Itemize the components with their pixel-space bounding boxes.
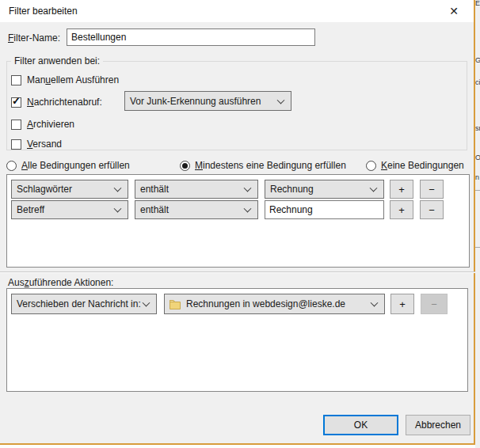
ok-button[interactable]: OK [323, 415, 398, 435]
radio-circle [6, 161, 17, 171]
filter-edit-dialog: Filter bearbeiten ✕ Filter-Name: Filter … [0, 0, 475, 445]
filter-name-input[interactable] [67, 28, 315, 46]
condition-1-operator-select[interactable]: enthält [135, 180, 258, 199]
radio-circle [366, 161, 376, 171]
chevron-down-icon [371, 299, 379, 307]
checkbox-box-checked: ✓ [11, 97, 21, 108]
action-1-type-select[interactable]: Verschieben der Nachricht in: [11, 294, 157, 314]
dialog-titlebar: Filter bearbeiten ✕ [0, 0, 474, 22]
chevron-down-icon [370, 184, 378, 192]
checkbox-box [11, 120, 21, 130]
condition-2-field-select[interactable]: Betreff [11, 200, 128, 219]
chevron-down-icon [244, 184, 252, 192]
action-1-target-folder-select[interactable]: Rechnungen in webdesign@lieske.de [164, 294, 385, 314]
action-1-remove-button-disabled: − [421, 294, 448, 314]
checkbox-sending[interactable]: Versand [11, 139, 62, 150]
close-icon[interactable]: ✕ [444, 3, 464, 19]
apply-at-legend: Filter anwenden bei: [11, 55, 103, 66]
condition-1-remove-button[interactable]: − [420, 180, 444, 199]
divider [475, 190, 480, 191]
checkbox-box [11, 75, 21, 85]
chevron-down-icon [277, 96, 285, 104]
screenshot-root: Filter bearbeiten ✕ Filter-Name: Filter … [0, 0, 480, 448]
condition-2-operator-select[interactable]: enthält [135, 200, 258, 219]
condition-1-add-button[interactable]: + [390, 180, 413, 199]
background-bottom-strip [0, 445, 475, 448]
checkbox-archiving[interactable]: Archivieren [11, 119, 74, 130]
chevron-down-icon [114, 205, 122, 213]
checkbox-box [11, 139, 21, 150]
divider [475, 247, 480, 248]
condition-2-remove-button[interactable]: − [420, 200, 444, 219]
checkbox-message-retrieval[interactable]: ✓ Nachrichtenabruf: [11, 97, 102, 108]
chevron-down-icon [114, 184, 122, 192]
condition-2-value-input[interactable] [265, 200, 384, 219]
checkbox-manual-run[interactable]: Manuellem Ausführen [11, 74, 119, 85]
radio-any-condition[interactable]: Mindestens eine Bedingung erfüllen [180, 160, 346, 171]
retrieval-timing-select[interactable]: Vor Junk-Erkennung ausführen [124, 91, 291, 111]
actions-label: Auszuführende Aktionen: [8, 277, 113, 288]
cancel-button[interactable]: Abbrechen [406, 415, 470, 435]
folder-icon [170, 299, 181, 309]
chevron-down-icon [244, 205, 252, 213]
condition-1-value-select[interactable]: Rechnung [265, 180, 384, 199]
radio-all-conditions[interactable]: Alle Bedingungen erfüllen [6, 160, 130, 171]
radio-no-conditions[interactable]: Keine Bedingungen [366, 160, 464, 171]
radio-circle-selected [180, 161, 190, 171]
separator [0, 271, 475, 273]
chevron-down-icon [143, 299, 150, 307]
filter-name-label: Filter-Name: [8, 32, 60, 44]
check-icon: ✓ [12, 96, 21, 106]
background-window-strip: Ei G ci sr O n [475, 0, 480, 448]
condition-2-add-button[interactable]: + [390, 200, 413, 219]
action-1-add-button[interactable]: + [390, 294, 414, 314]
condition-1-field-select[interactable]: Schlagwörter [11, 180, 128, 199]
dialog-title: Filter bearbeiten [9, 6, 78, 17]
